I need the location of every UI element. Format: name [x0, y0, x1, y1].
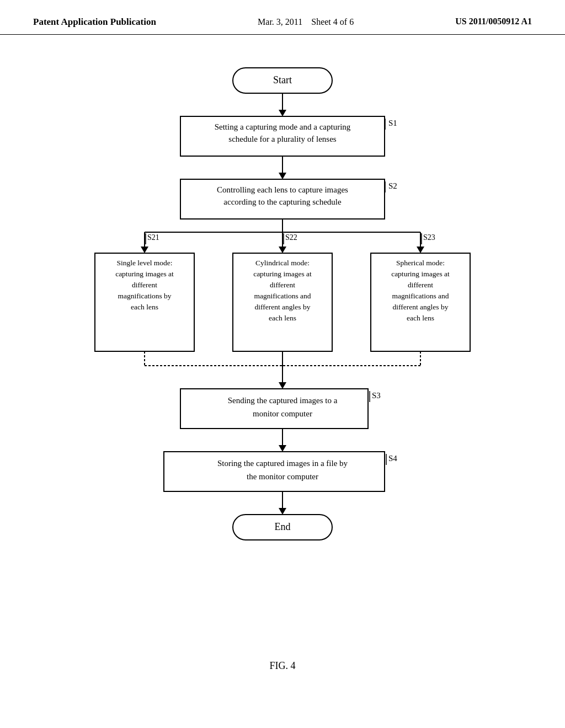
- svg-rect-21: [233, 253, 332, 351]
- s23-label: S23: [423, 233, 435, 242]
- svg-marker-14: [279, 247, 286, 253]
- s3-label: S3: [372, 391, 381, 400]
- s2-label: S2: [388, 181, 397, 190]
- date-sheet-info: Mar. 3, 2011 Sheet 4 of 6: [258, 15, 354, 29]
- s23-line3: different: [408, 281, 433, 289]
- svg-marker-33: [279, 445, 286, 452]
- fig-caption: FIG. 4: [269, 660, 295, 672]
- flowchart-container: Start Setting a capturing mode and a cap…: [78, 57, 487, 638]
- s22-label: S22: [285, 233, 297, 242]
- s21-label: S21: [147, 233, 159, 242]
- s2-text-line2: according to the capturing schedule: [223, 197, 342, 206]
- start-label: Start: [273, 74, 292, 85]
- s2-text-line1: Controlling each lens to capture images: [217, 185, 348, 194]
- svg-rect-34: [164, 452, 385, 491]
- s23-line1: Spherical mode:: [396, 259, 445, 267]
- svg-marker-12: [141, 247, 148, 253]
- s23-line2: capturing images at: [391, 270, 450, 278]
- s22-line3: different: [270, 281, 295, 289]
- s1-label: S1: [388, 119, 397, 127]
- svg-rect-22: [371, 253, 470, 351]
- s1-text-line1: Setting a capturing mode and a capturing: [215, 122, 351, 131]
- s21-line5: each lens: [131, 303, 158, 311]
- svg-rect-30: [180, 389, 368, 429]
- s4-label: S4: [388, 454, 397, 463]
- s23-line5: different angles by: [393, 303, 449, 311]
- s4-text-line1: Storing the captured images in a file by: [217, 459, 348, 468]
- svg-marker-2: [279, 110, 286, 116]
- s4-text-line2: the monitor computer: [247, 472, 318, 481]
- end-label: End: [275, 521, 291, 532]
- svg-marker-37: [279, 508, 286, 515]
- flowchart-svg: Start Setting a capturing mode and a cap…: [78, 57, 487, 636]
- svg-marker-29: [279, 382, 286, 389]
- s22-line6: each lens: [269, 314, 296, 322]
- s21-line3: different: [132, 281, 157, 289]
- s21-line2: capturing images at: [115, 270, 174, 278]
- patent-number: US 2011/0050912 A1: [455, 15, 532, 28]
- s3-text-line2: monitor computer: [253, 409, 312, 418]
- svg-rect-20: [95, 253, 194, 351]
- s22-line1: Cylindrical mode:: [255, 259, 310, 267]
- main-content: Start Setting a capturing mode and a cap…: [0, 35, 565, 688]
- svg-marker-6: [279, 173, 286, 179]
- s3-text-line1: Sending the captured images to a: [228, 396, 338, 405]
- s23-line6: each lens: [407, 314, 434, 322]
- s22-line4: magnifications and: [254, 292, 311, 300]
- s22-line5: different angles by: [255, 303, 311, 311]
- s1-text-line2: schedule for a plurality of lenses: [228, 135, 337, 143]
- s22-line2: capturing images at: [253, 270, 312, 278]
- s21-line4: magnifications by: [118, 292, 171, 300]
- publication-title: Patent Application Publication: [33, 15, 156, 29]
- s21-line1: Single level mode:: [116, 259, 172, 267]
- svg-marker-16: [417, 247, 424, 253]
- s23-line4: magnifications and: [392, 292, 449, 300]
- page-header: Patent Application Publication Mar. 3, 2…: [0, 0, 565, 35]
